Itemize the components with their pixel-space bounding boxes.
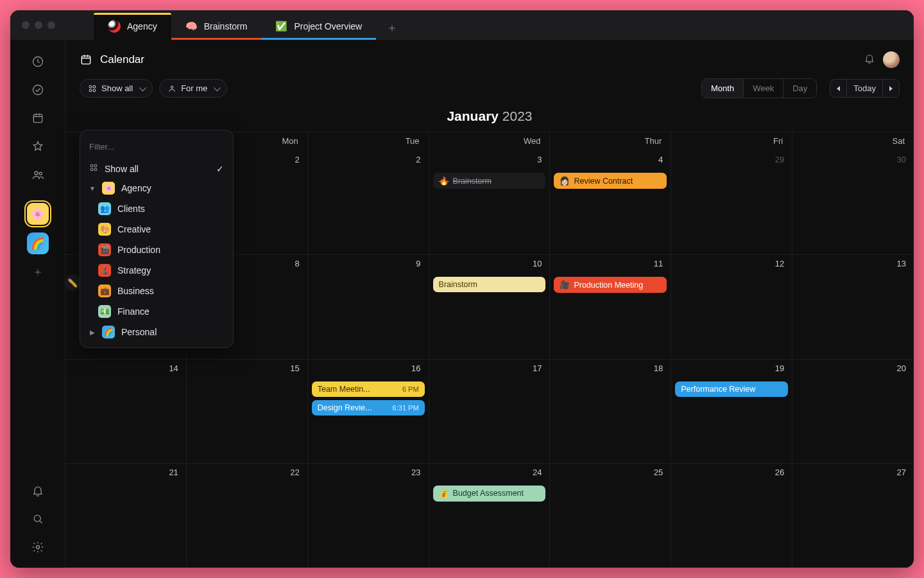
calendar-cell[interactable]: 29: [671, 151, 792, 255]
sidebar-search-icon[interactable]: [25, 506, 51, 532]
day-number: 25: [654, 468, 663, 477]
dropdown-item-clients[interactable]: 👥 Clients: [80, 198, 233, 219]
sidebar-people-icon[interactable]: [25, 162, 51, 188]
dropdown-show-all[interactable]: Show all ✓: [80, 159, 233, 178]
sidebar-settings-icon[interactable]: [25, 534, 51, 560]
calendar-cell[interactable]: 14: [65, 360, 187, 464]
sidebar-check-circle-icon[interactable]: [25, 77, 51, 103]
day-number: 13: [897, 259, 906, 268]
sidebar: 🌸 🌈 ＋: [10, 40, 65, 568]
sidebar-calendar-icon[interactable]: [25, 105, 51, 131]
event-label: Brainstorm: [453, 177, 492, 186]
calendar-event[interactable]: Brainstorm: [433, 277, 546, 292]
calendar-cell[interactable]: 27: [792, 464, 914, 568]
minimize-window-icon[interactable]: [35, 21, 42, 29]
dow-tue: Tue: [308, 132, 429, 151]
svg-rect-8: [89, 85, 92, 88]
tab-brainstorm[interactable]: 🧠 Brainstorm: [171, 13, 262, 40]
dropdown-item-production[interactable]: 🎬 Production: [80, 240, 233, 260]
dropdown-item-agency[interactable]: ▼ 🌸 Agency: [80, 178, 233, 198]
svg-rect-2: [33, 114, 42, 123]
workspace-agency[interactable]: 🌸: [27, 203, 49, 225]
calendar-toolbar: Show all For me Month Week Day Today: [65, 72, 914, 106]
day-number: 19: [775, 363, 784, 373]
prev-period-button[interactable]: [830, 79, 847, 98]
note-icon[interactable]: ✏️: [64, 274, 81, 291]
filter-for-me-label: For me: [181, 83, 207, 93]
workspace-personal[interactable]: 🌈: [27, 232, 49, 254]
dropdown-item-strategy[interactable]: ♟️ Strategy: [80, 260, 233, 281]
view-day[interactable]: Day: [783, 79, 816, 98]
event-label: Brainstorm: [439, 280, 477, 289]
calendar-cell[interactable]: 12: [671, 255, 792, 359]
svg-rect-15: [90, 168, 93, 171]
year: 2023: [502, 109, 533, 123]
svg-rect-9: [93, 85, 96, 88]
calendar-cell[interactable]: 21: [65, 464, 187, 568]
dropdown-item-business[interactable]: 💼 Business: [80, 281, 233, 301]
day-number: 11: [654, 259, 663, 268]
dropdown-item-creative[interactable]: 🎨 Creative: [80, 219, 233, 240]
calendar-cell[interactable]: 2: [308, 151, 429, 255]
tab-agency[interactable]: Agency: [94, 13, 171, 40]
calendar-cell[interactable]: 9: [308, 255, 429, 359]
notification-bell-icon[interactable]: [864, 53, 875, 67]
calendar-cell[interactable]: 23: [308, 464, 429, 568]
calendar-cell[interactable]: 24💰Budget Assessment: [429, 464, 551, 568]
calendar-event[interactable]: 👩🏻Review Contract: [554, 173, 667, 189]
event-emoji-icon: 🔥: [439, 176, 449, 186]
calendar-cell[interactable]: 3🔥Brainstorm: [429, 151, 551, 255]
day-number: 8: [295, 259, 299, 268]
calendar-cell[interactable]: 4👩🏻Review Contract: [550, 151, 671, 255]
calendar-cell[interactable]: 25: [550, 464, 671, 568]
filter-show-all-label: Show all: [101, 83, 133, 93]
dropdown-label: Strategy: [117, 265, 151, 276]
next-period-button[interactable]: [882, 79, 900, 98]
user-avatar[interactable]: [883, 51, 900, 68]
calendar-event[interactable]: 🔥Brainstorm: [433, 173, 546, 189]
calendar-event[interactable]: 💰Budget Assessment: [433, 486, 546, 502]
tab-project-overview[interactable]: ✅ Project Overview: [261, 13, 376, 40]
calendar-cell[interactable]: 15: [187, 360, 308, 464]
svg-point-5: [34, 515, 40, 521]
add-workspace-button[interactable]: ＋: [27, 261, 49, 283]
calendar-cell[interactable]: 10Brainstorm: [429, 255, 551, 359]
close-window-icon[interactable]: [22, 21, 30, 29]
personal-icon: 🌈: [102, 326, 115, 338]
filter-show-all-button[interactable]: Show all: [80, 79, 153, 98]
dropdown-item-finance[interactable]: 💵 Finance: [80, 301, 233, 322]
dropdown-show-all-label: Show all: [105, 164, 139, 174]
calendar-event[interactable]: 🎥Production Meeting: [554, 277, 667, 293]
calendar-cell[interactable]: 20: [792, 360, 914, 464]
today-button[interactable]: Today: [847, 79, 882, 98]
calendar-event[interactable]: Design Revie...6:31 PM: [312, 400, 425, 416]
sidebar-clock-icon[interactable]: [25, 49, 51, 74]
calendar-event[interactable]: Team Meetin...6 PM: [312, 381, 425, 397]
dropdown-item-personal[interactable]: ▶ 🌈 Personal: [80, 322, 233, 342]
creative-icon: 🎨: [98, 223, 111, 236]
calendar-cell[interactable]: 18: [550, 360, 671, 464]
calendar-cell[interactable]: 13: [792, 255, 914, 359]
view-month[interactable]: Month: [702, 79, 744, 98]
filter-search-input[interactable]: [87, 138, 227, 155]
calendar-event[interactable]: Performance Review: [675, 381, 788, 397]
zoom-window-icon[interactable]: [47, 21, 55, 29]
calendar-cell[interactable]: 17: [429, 360, 551, 464]
new-tab-button[interactable]: ＋: [380, 15, 404, 40]
view-week[interactable]: Week: [744, 79, 783, 98]
finance-icon: 💵: [98, 305, 111, 318]
filter-for-me-button[interactable]: For me: [159, 79, 227, 98]
calendar-cell[interactable]: 26: [671, 464, 792, 568]
calendar-cell[interactable]: 22: [187, 464, 308, 568]
event-label: Performance Review: [681, 385, 755, 394]
svg-point-4: [39, 172, 42, 175]
sidebar-notifications-icon[interactable]: [25, 478, 51, 504]
day-number: 4: [658, 155, 663, 164]
sidebar-star-icon[interactable]: [25, 134, 51, 159]
calendar-cell[interactable]: 16Team Meetin...6 PMDesign Revie...6:31 …: [308, 360, 429, 464]
calendar-cell[interactable]: 30: [792, 151, 914, 255]
calendar-cell[interactable]: 19Performance Review: [671, 360, 792, 464]
event-time: 6 PM: [402, 385, 419, 393]
calendar-cell[interactable]: 11🎥Production Meeting: [550, 255, 671, 359]
svg-rect-13: [90, 164, 93, 167]
